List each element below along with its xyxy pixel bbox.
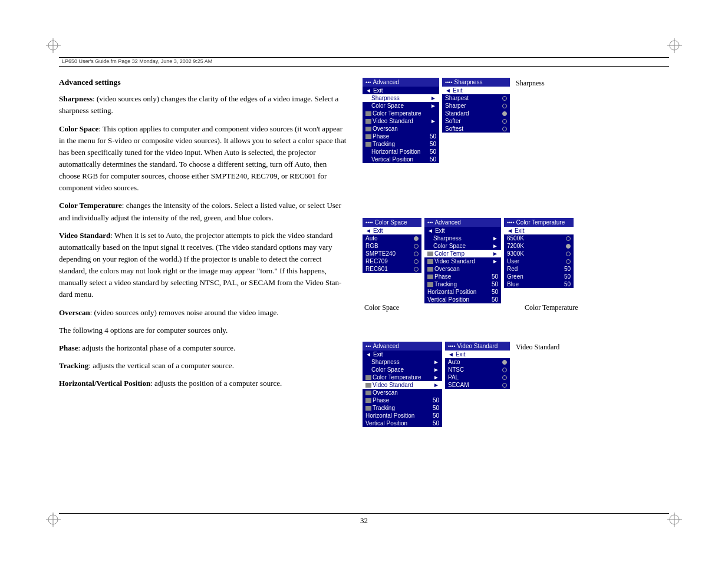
adv3-phase: Phase 50 (363, 396, 442, 404)
ct-user: User (504, 257, 574, 265)
page-number: 32 (360, 516, 368, 525)
colortemp-title: •••• Color Temperature (504, 218, 574, 227)
adv1-colortemp: Color Temperature (363, 110, 439, 117)
para-videostandard: Video Standard: When it is set to Auto, … (59, 230, 348, 301)
para-colortemp: Color Temperature: changes the intensity… (59, 200, 348, 223)
corner-tr (667, 38, 682, 55)
screenshot-group-2: •••• Color Space ◄ Exit Auto RGB SMPTE24… (363, 218, 574, 303)
adv1-colorspace: Color Space ► (363, 102, 439, 110)
adv1-phase: Phase 50 (363, 133, 439, 140)
cs-rec709: REC709 (363, 257, 421, 265)
para-computer-only: The following 4 options are for computer… (59, 325, 348, 336)
colortemp-label: Color Temperature (525, 303, 578, 312)
adv1-overscan: Overscan (363, 125, 439, 133)
screenshot-group-3: ••• Advanced ◄ Exit Sharpness ► Color Sp… (363, 342, 559, 427)
adv2-tracking: Tracking 50 (424, 280, 501, 288)
sharp-softest: Softest (442, 125, 510, 133)
cs-exit: ◄ Exit (363, 227, 421, 234)
colorspace-label: Color Space (364, 303, 399, 312)
advanced-menu-3: ••• Advanced ◄ Exit Sharpness ► Color Sp… (363, 342, 442, 427)
advanced-title-3: ••• Advanced (363, 342, 442, 351)
sharpness-menu: •••• Sharpness ◄ Exit Sharpest Sharper S… (442, 78, 510, 133)
corner-br (667, 513, 682, 530)
colorspace-menu: •••• Color Space ◄ Exit Auto RGB SMPTE24… (363, 218, 421, 273)
adv1-sharpness: Sharpness ► (363, 94, 439, 102)
ct-red: Red 50 (504, 265, 574, 273)
para-colorspace: Color Space: This option applies to comp… (59, 123, 348, 194)
adv2-colorspace: Color Space ► (424, 242, 501, 250)
adv2-videostandard: Video Standard ► (424, 257, 501, 265)
sharp-softer: Softer (442, 117, 510, 125)
vs-secam: SECAM (445, 381, 510, 389)
sharpness-label: Sharpness (516, 79, 545, 88)
adv2-hpos: Horizontal Position 50 (424, 288, 501, 296)
adv2-overscan: Overscan (424, 265, 501, 273)
sharp-standard: Standard (442, 110, 510, 117)
adv2-vpos: Vertical Position 50 (424, 296, 501, 303)
adv3-vpos: Vertical Position 50 (363, 419, 442, 427)
para-sharpness: Sharpness: (video sources only) changes … (59, 93, 348, 117)
para-tracking: Tracking: adjusts the vertical scan of a… (59, 360, 348, 372)
footer-line (59, 513, 669, 514)
sharp-sharpest: Sharpest (442, 94, 510, 102)
cs-rgb: RGB (363, 242, 421, 250)
adv3-sharpness: Sharpness ► (363, 358, 442, 366)
ct-green: Green 50 (504, 273, 574, 280)
sharp-exit: ◄ Exit (442, 87, 510, 94)
sharpness-title: •••• Sharpness (442, 78, 510, 87)
advanced-title-1: ••• Advanced (363, 78, 439, 87)
adv1-vpos: Vertical Position 50 (363, 156, 439, 163)
ct-7200: 7200K (504, 242, 574, 250)
adv3-colorspace: Color Space ► (363, 366, 442, 373)
vs-ntsc: NTSC (445, 366, 510, 373)
adv3-tracking: Tracking 50 (363, 404, 442, 412)
sharp-sharper: Sharper (442, 102, 510, 110)
ct-6500: 6500K (504, 234, 574, 242)
adv2-colortemp: Color Temp ► (424, 250, 501, 257)
adv1-videostandard: Video Standard ► (363, 117, 439, 125)
para-overscan: Overscan: (video sources only) removes n… (59, 307, 348, 319)
page-container: LP650 User's Guide.fm Page 32 Monday, Ju… (0, 0, 728, 562)
advanced-title-2: ••• Advanced (424, 218, 501, 227)
cs-smpte: SMPTE240 (363, 250, 421, 257)
colortemp-menu: •••• Color Temperature ◄ Exit 6500K 7200… (504, 218, 574, 288)
cs-auto: Auto (363, 234, 421, 242)
adv1-hpos: Horizontal Position 50 (363, 148, 439, 156)
colorspace-title: •••• Color Space (363, 218, 421, 227)
ct-9300: 9300K (504, 250, 574, 257)
corner-tl (46, 38, 61, 55)
adv2-sharpness: Sharpness ► (424, 234, 501, 242)
main-content: Advanced settings Sharpness: (video sour… (59, 77, 348, 395)
adv2-exit: ◄ Exit (424, 227, 501, 234)
adv3-hpos: Horizontal Position 50 (363, 412, 442, 419)
cs-rec601: REC601 (363, 265, 421, 273)
adv1-tracking: Tracking 50 (363, 140, 439, 148)
videostandard-menu: •••• Video Standard ◄ Exit Auto NTSC PAL… (445, 342, 510, 389)
adv2-phase: Phase 50 (424, 273, 501, 280)
ct-blue: Blue 50 (504, 280, 574, 288)
vs-auto: Auto (445, 358, 510, 366)
screenshot-group-1: ••• Advanced ◄ Exit Sharpness ► Color Sp… (363, 78, 545, 163)
section-heading: Advanced settings (59, 77, 348, 88)
corner-bl (46, 513, 61, 530)
vs-exit: ◄ Exit (445, 351, 510, 358)
header-text: LP650 User's Guide.fm Page 32 Monday, Ju… (62, 58, 212, 64)
ct-exit: ◄ Exit (504, 227, 574, 234)
adv1-exit: ◄ Exit (363, 87, 439, 94)
vs-title: •••• Video Standard (445, 342, 510, 351)
adv3-videostandard: Video Standard ► (363, 381, 442, 389)
para-phase: Phase: adjusts the horizontal phase of a… (59, 342, 348, 354)
advanced-menu-2: ••• Advanced ◄ Exit Sharpness ► Color Sp… (424, 218, 501, 303)
header-line-bottom (59, 66, 669, 67)
para-position: Horizontal/Vertical Position: adjusts th… (59, 378, 348, 389)
adv3-exit: ◄ Exit (363, 351, 442, 358)
adv3-colortemp: Color Temperature ► (363, 373, 442, 381)
adv3-overscan: Overscan (363, 389, 442, 396)
advanced-menu-1: ••• Advanced ◄ Exit Sharpness ► Color Sp… (363, 78, 439, 163)
vs-pal: PAL (445, 373, 510, 381)
header-bar (59, 57, 669, 58)
videostandard-label: Video Standard (516, 343, 559, 352)
